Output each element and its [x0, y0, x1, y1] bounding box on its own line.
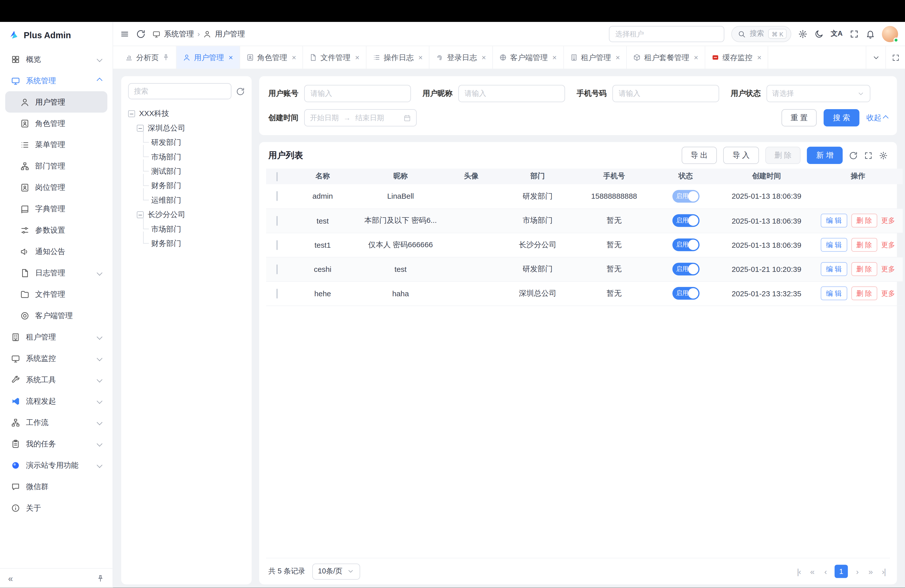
- edit-button[interactable]: 编 辑: [821, 238, 847, 252]
- breadcrumb-system[interactable]: 系统管理: [164, 29, 194, 39]
- more-actions-button[interactable]: 更多: [881, 264, 895, 274]
- close-icon[interactable]: ×: [616, 54, 620, 61]
- row-checkbox[interactable]: [276, 264, 278, 274]
- sidebar-item-client-management[interactable]: 客户端管理: [5, 305, 107, 326]
- notifications-button[interactable]: [866, 29, 875, 38]
- status-toggle[interactable]: 启用: [672, 214, 699, 227]
- sidebar-collapse-button[interactable]: «: [8, 574, 13, 582]
- sidebar-item-dictionary-management[interactable]: 字典管理: [5, 198, 107, 219]
- add-button[interactable]: 新 增: [807, 147, 843, 164]
- sidebar-item-overview[interactable]: 概览: [5, 49, 107, 70]
- tree-node-dept[interactable]: 运维部门: [128, 193, 245, 207]
- delete-row-button[interactable]: 删 除: [851, 238, 877, 252]
- sidebar-item-department-management[interactable]: 部门管理: [5, 156, 107, 177]
- table-fullscreen-button[interactable]: [864, 151, 873, 159]
- status-toggle[interactable]: 启用: [672, 263, 699, 276]
- sidebar-item-role-management[interactable]: 角色管理: [5, 113, 107, 134]
- collapse-filters-link[interactable]: 收起: [866, 113, 888, 123]
- tree-node-company[interactable]: XXX科技: [128, 106, 245, 121]
- tree-refresh-button[interactable]: [236, 87, 245, 95]
- sidebar-item-demo-features[interactable]: 演示站专用功能: [5, 455, 107, 476]
- close-icon[interactable]: ×: [694, 54, 698, 61]
- tree-search-input[interactable]: [128, 83, 232, 99]
- tab-user-management[interactable]: 用户管理 ×: [177, 46, 240, 69]
- global-search-button[interactable]: 搜索 ⌘ K: [731, 25, 792, 42]
- settings-button[interactable]: [799, 29, 808, 38]
- row-checkbox[interactable]: [276, 288, 278, 298]
- dark-mode-button[interactable]: [814, 29, 824, 38]
- sidebar-item-system-tools[interactable]: 系统工具: [5, 369, 107, 390]
- sidebar-item-system-monitor[interactable]: 系统监控: [5, 348, 107, 369]
- export-button[interactable]: 导 出: [681, 147, 717, 164]
- delete-row-button[interactable]: 删 除: [851, 262, 877, 276]
- sidebar-item-parameter-settings[interactable]: 参数设置: [5, 219, 107, 241]
- current-page[interactable]: 1: [835, 565, 848, 578]
- edit-button[interactable]: 编 辑: [821, 262, 847, 276]
- more-actions-button[interactable]: 更多: [881, 216, 895, 226]
- last-page-button[interactable]: ›|: [880, 567, 888, 576]
- close-icon[interactable]: ×: [355, 54, 359, 61]
- breadcrumb-page[interactable]: 用户管理: [215, 29, 245, 39]
- tree-collapse-toggle[interactable]: [137, 124, 144, 132]
- tab-list-dropdown-button[interactable]: [866, 46, 885, 69]
- select-all-checkbox[interactable]: [276, 172, 278, 181]
- status-toggle[interactable]: 启用: [672, 238, 699, 251]
- sidebar-item-menu-management[interactable]: 菜单管理: [5, 134, 107, 156]
- prev-page-button[interactable]: ‹: [821, 567, 829, 576]
- tab-analysis[interactable]: 分析页: [119, 46, 177, 69]
- sidebar-item-about[interactable]: 关于: [5, 497, 107, 518]
- edit-button[interactable]: 编 辑: [821, 213, 847, 227]
- refresh-page-button[interactable]: [136, 29, 146, 38]
- sidebar-toggle-button[interactable]: [120, 29, 129, 38]
- reset-button[interactable]: 重 置: [781, 109, 817, 127]
- sidebar-item-tenant-management[interactable]: 租户管理: [5, 326, 107, 348]
- page-size-select[interactable]: 10条/页: [312, 563, 360, 580]
- sidebar-item-notice-announcement[interactable]: 通知公告: [5, 241, 107, 262]
- row-checkbox[interactable]: [276, 216, 278, 226]
- date-range-picker[interactable]: 开始日期 → 结束日期: [304, 109, 417, 127]
- app-logo[interactable]: Plus Admin: [0, 22, 113, 47]
- status-toggle[interactable]: 启用: [672, 190, 699, 203]
- tab-operation-log[interactable]: 操作日志 ×: [366, 46, 430, 69]
- close-icon[interactable]: ×: [229, 54, 233, 61]
- delete-row-button[interactable]: 删 除: [851, 213, 877, 227]
- more-actions-button[interactable]: 更多: [881, 288, 895, 298]
- close-icon[interactable]: ×: [757, 54, 762, 61]
- sidebar-item-user-management[interactable]: 用户管理: [5, 91, 107, 113]
- back-pages-button[interactable]: «: [808, 567, 816, 576]
- import-button[interactable]: 导 入: [723, 147, 759, 164]
- tab-tenant-management[interactable]: 租户管理 ×: [564, 46, 627, 69]
- account-input[interactable]: [304, 85, 411, 102]
- tab-login-log[interactable]: 登录日志 ×: [430, 46, 493, 69]
- close-icon[interactable]: ×: [552, 54, 557, 61]
- close-icon[interactable]: ×: [292, 54, 296, 61]
- table-settings-button[interactable]: [879, 151, 888, 159]
- sidebar-item-position-management[interactable]: 岗位管理: [5, 177, 107, 198]
- tenant-select-input[interactable]: [609, 25, 724, 42]
- sidebar-item-my-tasks[interactable]: 我的任务: [5, 433, 107, 455]
- tab-file-management[interactable]: 文件管理 ×: [303, 46, 367, 69]
- tree-node-dept[interactable]: 财务部门: [128, 236, 245, 251]
- tab-cache-monitor[interactable]: 缓存监控 ×: [705, 46, 768, 69]
- content-fullscreen-button[interactable]: [885, 46, 905, 69]
- tab-role-management[interactable]: 角色管理 ×: [240, 46, 303, 69]
- sidebar-item-system-management[interactable]: 系统管理: [5, 70, 107, 91]
- delete-button[interactable]: 删 除: [765, 147, 801, 164]
- row-checkbox[interactable]: [276, 191, 278, 201]
- search-button[interactable]: 搜 索: [824, 109, 859, 127]
- first-page-button[interactable]: |‹: [795, 567, 803, 576]
- tree-collapse-toggle[interactable]: [128, 110, 135, 117]
- tab-tenant-package-management[interactable]: 租户套餐管理 ×: [627, 46, 705, 69]
- tab-client-management[interactable]: 客户端管理 ×: [493, 46, 564, 69]
- edit-button[interactable]: 编 辑: [821, 286, 847, 300]
- pin-icon[interactable]: [162, 54, 170, 61]
- phone-input[interactable]: [612, 85, 719, 102]
- close-icon[interactable]: ×: [482, 54, 486, 61]
- row-checkbox[interactable]: [276, 240, 278, 250]
- sidebar-item-file-management[interactable]: 文件管理: [5, 283, 107, 305]
- table-refresh-button[interactable]: [849, 151, 857, 159]
- fullscreen-button[interactable]: [850, 29, 859, 38]
- nickname-input[interactable]: [458, 85, 565, 102]
- sidebar-item-process-initiation[interactable]: 流程发起: [5, 390, 107, 412]
- language-button[interactable]: 文A: [831, 29, 843, 39]
